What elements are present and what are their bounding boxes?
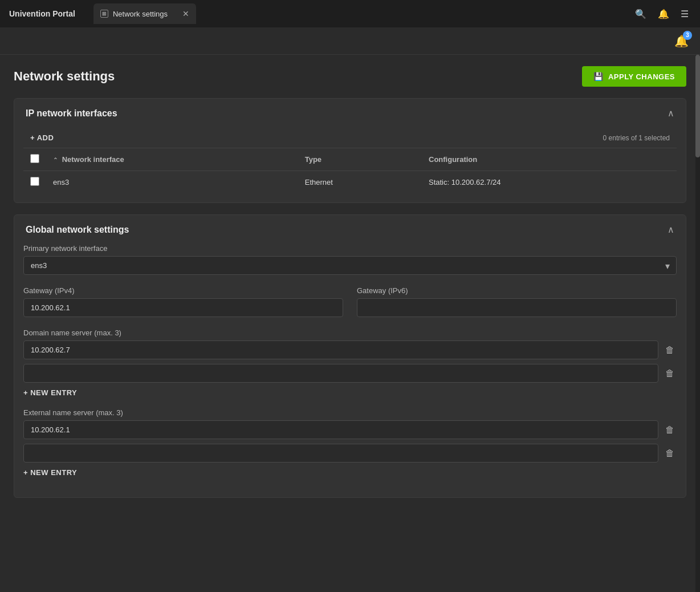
global-section-chevron-up-icon: ∧	[668, 224, 674, 235]
table-toolbar: + ADD 0 entries of 1 selected	[23, 128, 677, 148]
ip-section-title: IP network interfaces	[26, 108, 117, 119]
tab-close-button[interactable]: ✕	[182, 9, 189, 18]
table-row: ens3 Ethernet Static: 10.200.62.7/24	[23, 171, 677, 194]
entries-info: 0 entries of 1 selected	[603, 134, 670, 142]
dns-entry-1: 🗑	[23, 340, 677, 359]
notification-badge: 3	[683, 31, 692, 40]
tab-icon: ⊞	[100, 10, 108, 18]
ip-section-chevron-up-icon: ∧	[668, 108, 674, 119]
apply-changes-button[interactable]: 💾 APPLY CHANGES	[582, 66, 686, 87]
gateway-ipv6-label: Gateway (IPv6)	[357, 286, 677, 295]
interface-type-cell: Ethernet	[298, 171, 422, 194]
notification-bar: 🔔 3	[0, 27, 700, 55]
primary-interface-select-wrap: ens3	[23, 256, 677, 275]
main-content: Network settings 💾 APPLY CHANGES IP netw…	[0, 55, 700, 592]
ip-interfaces-section: IP network interfaces ∧ + ADD 0 entries …	[14, 98, 686, 203]
global-section-header[interactable]: Global network settings ∧	[14, 215, 686, 244]
ip-section-header[interactable]: IP network interfaces ∧	[14, 99, 686, 128]
global-settings-section: Global network settings ∧ Primary networ…	[14, 214, 686, 498]
row-checkbox[interactable]	[30, 177, 39, 186]
bell-icon[interactable]: 🔔	[658, 9, 669, 19]
ext-dns-input-1[interactable]	[23, 420, 658, 439]
gateway-ipv6-input[interactable]	[357, 298, 677, 317]
primary-interface-select[interactable]: ens3	[23, 256, 677, 275]
dns-servers-group: Domain name server (max. 3) 🗑 🗑	[23, 329, 677, 397]
dns-delete-1-button[interactable]: 🗑	[663, 343, 677, 358]
trash-icon: 🗑	[665, 368, 674, 379]
menu-icon[interactable]: ☰	[681, 9, 689, 19]
col-header-interface[interactable]: ⌃ Network interface	[46, 148, 298, 171]
dns-new-entry-button[interactable]: + NEW ENTRY	[23, 388, 77, 397]
ext-dns-entry-1: 🗑	[23, 420, 677, 439]
interfaces-table: ⌃ Network interface Type Configuration	[23, 148, 677, 193]
select-all-checkbox[interactable]	[30, 154, 39, 163]
tab-label: Network settings	[113, 10, 168, 18]
ext-dns-servers-group: External name server (max. 3) 🗑 🗑	[23, 408, 677, 477]
primary-interface-group: Primary network interface ens3	[23, 244, 677, 275]
ext-new-entry-label: + NEW ENTRY	[23, 468, 77, 477]
ext-dns-new-entry-button[interactable]: + NEW ENTRY	[23, 468, 77, 477]
gateway-ipv4-label: Gateway (IPv4)	[23, 286, 343, 295]
global-section-content: Primary network interface ens3 Gateway (…	[14, 244, 686, 497]
apply-btn-label: APPLY CHANGES	[608, 72, 675, 81]
notification-bell-button[interactable]: 🔔 3	[674, 34, 689, 48]
primary-interface-label: Primary network interface	[23, 244, 677, 253]
gateway-row: Gateway (IPv4) Gateway (IPv6)	[23, 286, 677, 317]
interface-name-cell: ens3	[46, 171, 298, 194]
ext-dns-delete-1-button[interactable]: 🗑	[663, 423, 677, 437]
save-icon: 💾	[593, 72, 604, 81]
scroll-thumb[interactable]	[695, 55, 700, 157]
ext-dns-delete-2-button[interactable]: 🗑	[663, 446, 677, 461]
global-section-title: Global network settings	[26, 225, 129, 235]
sort-icon: ⌃	[53, 157, 58, 163]
browser-actions: 🔍 🔔 ☰	[635, 9, 700, 19]
table-header-row: ⌃ Network interface Type Configuration	[23, 148, 677, 171]
gateway-ipv4-input[interactable]	[23, 298, 343, 317]
page-header: Network settings 💾 APPLY CHANGES	[14, 66, 686, 87]
ext-dns-input-2[interactable]	[23, 444, 658, 463]
col-header-configuration: Configuration	[422, 148, 677, 171]
interface-config-cell: Static: 10.200.62.7/24	[422, 171, 677, 194]
scrollbar[interactable]	[695, 55, 700, 592]
dns-list: 🗑 🗑	[23, 340, 677, 383]
dns-servers-label: Domain name server (max. 3)	[23, 329, 677, 337]
search-icon[interactable]: 🔍	[635, 9, 646, 19]
dns-input-1[interactable]	[23, 340, 658, 359]
dns-input-2[interactable]	[23, 364, 658, 383]
add-interface-button[interactable]: + ADD	[30, 133, 54, 142]
gateway-ipv6-group: Gateway (IPv6)	[357, 286, 677, 317]
ext-dns-list: 🗑 🗑	[23, 420, 677, 463]
ext-dns-entry-2: 🗑	[23, 444, 677, 463]
page-title: Network settings	[14, 69, 115, 84]
col-header-type: Type	[298, 148, 422, 171]
trash-icon: 🗑	[665, 448, 674, 459]
gateway-ipv4-group: Gateway (IPv4)	[23, 286, 343, 317]
browser-bar: Univention Portal ⊞ Network settings ✕ 🔍…	[0, 0, 700, 27]
add-label: + ADD	[30, 133, 54, 142]
dns-entry-2: 🗑	[23, 364, 677, 383]
browser-tab[interactable]: ⊞ Network settings ✕	[93, 3, 196, 24]
ip-section-content: + ADD 0 entries of 1 selected ⌃ Network …	[14, 128, 686, 202]
row-checkbox-cell	[23, 171, 46, 194]
new-entry-label: + NEW ENTRY	[23, 388, 77, 397]
ext-dns-servers-label: External name server (max. 3)	[23, 408, 677, 417]
select-all-cell	[23, 148, 46, 171]
trash-icon: 🗑	[665, 345, 674, 355]
portal-title: Univention Portal	[9, 9, 93, 18]
trash-icon: 🗑	[665, 425, 674, 435]
dns-delete-2-button[interactable]: 🗑	[663, 366, 677, 381]
